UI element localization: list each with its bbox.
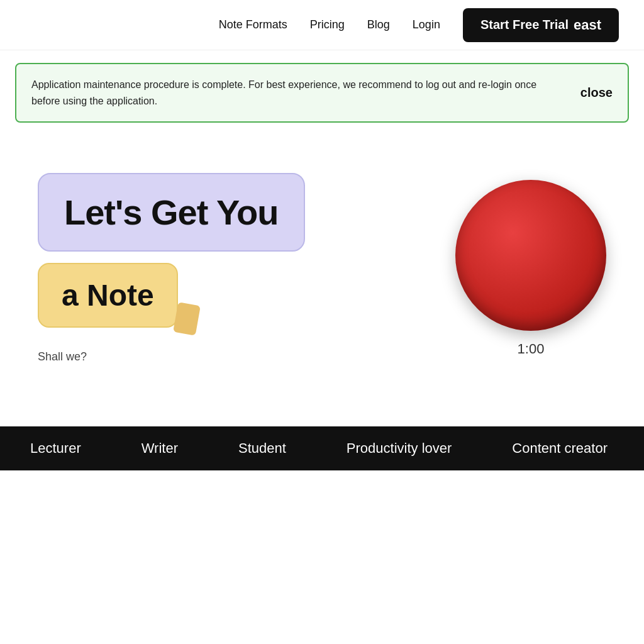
ticker-bar: LecturerWriterStudentProductivity loverC… [0, 426, 644, 470]
hero-section: Let's Get You a Note Shall we? 1:00 [0, 135, 644, 389]
hero-bubble-1: Let's Get You [38, 173, 305, 252]
maintenance-banner: Application maintenance procedure is com… [15, 63, 629, 123]
cta-label: Start Free Trial [480, 18, 569, 32]
ticker-item: Lecturer [638, 440, 644, 457]
hero-bubble-2: a Note [38, 263, 178, 328]
ticker-wrapper: LecturerWriterStudentProductivity loverC… [0, 426, 644, 470]
nav-note-formats[interactable]: Note Formats [219, 18, 287, 31]
nav-login[interactable]: Login [413, 18, 440, 31]
banner-text: Application maintenance procedure is com… [31, 77, 547, 109]
note-tag-icon [173, 302, 201, 336]
east-icon: east [574, 17, 601, 33]
hero-line1: Let's Get You [64, 192, 279, 232]
hero-right: 1:00 [455, 180, 606, 357]
ticker-item: Content creator [482, 440, 638, 457]
hero-left: Let's Get You a Note Shall we? [38, 173, 418, 364]
timer-circle[interactable] [455, 180, 606, 331]
start-free-trial-button[interactable]: Start Free Trial east [463, 8, 619, 42]
ticker-item: Student [208, 440, 316, 457]
hero-subtitle: Shall we? [38, 350, 418, 364]
ticker-item: Writer [111, 440, 208, 457]
hero-line2: a Note [62, 279, 154, 312]
timer-label: 1:00 [518, 341, 545, 357]
hero-bubble-2-wrap: a Note [38, 263, 418, 328]
banner-close-button[interactable]: close [580, 86, 613, 100]
nav-pricing[interactable]: Pricing [310, 18, 345, 31]
nav-blog[interactable]: Blog [367, 18, 390, 31]
ticker-item: Productivity lover [316, 440, 482, 457]
ticker-item: Lecturer [0, 440, 111, 457]
navbar: Note Formats Pricing Blog Login Start Fr… [0, 0, 644, 50]
ticker-track: LecturerWriterStudentProductivity loverC… [0, 440, 644, 457]
